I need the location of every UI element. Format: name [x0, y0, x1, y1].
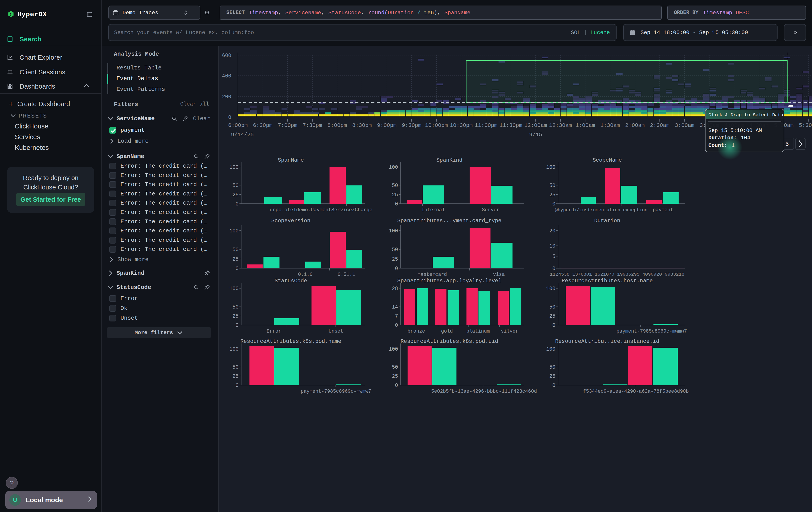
svg-text:50: 50 [232, 183, 238, 189]
svg-text:25: 25 [549, 374, 555, 379]
svg-text:0.51.1: 0.51.1 [338, 272, 355, 277]
svg-text:9/14/25: 9/14/25 [231, 132, 254, 138]
svg-text:600: 600 [222, 53, 231, 58]
svg-text:5e02b5fb-13ae-4296-bbbc-111f42: 5e02b5fb-13ae-4296-bbbc-111f423c460d [431, 389, 537, 394]
svg-text:25: 25 [549, 192, 555, 198]
svg-text:10:00pm: 10:00pm [425, 123, 448, 129]
svg-text:Server: Server [482, 207, 499, 213]
svg-text:25: 25 [232, 314, 238, 319]
svg-text:0: 0 [552, 266, 555, 272]
svg-text:11:00pm: 11:00pm [475, 123, 497, 129]
svg-text:12:30am: 12:30am [549, 123, 572, 129]
svg-text:50: 50 [549, 365, 555, 370]
svg-text:6:30pm: 6:30pm [253, 123, 272, 129]
svg-text:12:00am: 12:00am [524, 123, 547, 129]
svg-text:9/15: 9/15 [529, 132, 542, 138]
svg-text:platinum: platinum [466, 329, 490, 334]
svg-text:2:00am: 2:00am [625, 123, 645, 129]
svg-text:50: 50 [232, 247, 238, 253]
svg-text:3:00am: 3:00am [675, 123, 694, 129]
svg-text:100: 100 [389, 228, 398, 234]
svg-text:ScopeVersion: ScopeVersion [271, 218, 310, 224]
svg-text:25: 25 [392, 192, 398, 198]
svg-text:100: 100 [229, 286, 238, 292]
svg-text:visa: visa [493, 272, 505, 277]
svg-text:20: 20 [549, 228, 555, 234]
svg-text:payment-7985c8969c-mwmw7: payment-7985c8969c-mwmw7 [616, 329, 687, 334]
svg-text:Count:: Count: [708, 142, 727, 149]
svg-text:28: 28 [392, 286, 398, 292]
svg-text:SpanKind: SpanKind [436, 157, 462, 163]
svg-text:50: 50 [232, 304, 238, 310]
svg-text:7: 7 [395, 314, 398, 319]
svg-text:0.1.0: 0.1.0 [298, 272, 313, 277]
svg-text:100: 100 [389, 346, 398, 352]
svg-text:grpc.oteldemo.PaymentService/C: grpc.oteldemo.PaymentService/Charge [270, 207, 372, 213]
svg-text:bronze: bronze [407, 329, 425, 334]
svg-text:100: 100 [546, 164, 555, 170]
svg-text:ScopeName: ScopeName [592, 157, 622, 163]
svg-text:9:00pm: 9:00pm [377, 123, 397, 129]
svg-text:100: 100 [229, 164, 238, 170]
svg-text:1: 1 [731, 142, 735, 149]
svg-text:25: 25 [392, 257, 398, 262]
svg-text:100: 100 [229, 228, 238, 234]
svg-text:0: 0 [235, 266, 238, 272]
svg-text:Internal: Internal [421, 207, 445, 213]
svg-text:50: 50 [232, 365, 238, 370]
svg-text:25: 25 [232, 374, 238, 379]
svg-text:ResourceAttributes.host.name: ResourceAttributes.host.name [562, 278, 653, 284]
svg-text:gold: gold [441, 329, 453, 334]
svg-text:Duration: Duration [594, 218, 620, 224]
svg-text:StatusCode: StatusCode [274, 278, 307, 284]
svg-text:SpanAttributes...yment.card_ty: SpanAttributes...yment.card_type [397, 218, 501, 224]
svg-text:104: 104 [741, 135, 750, 141]
svg-text:0: 0 [552, 323, 555, 328]
svg-text:silver: silver [501, 329, 518, 334]
svg-text:8:00pm: 8:00pm [327, 123, 347, 129]
svg-text:2:30am: 2:30am [650, 123, 669, 129]
svg-text:5: 5 [785, 141, 789, 147]
svg-text:8:30pm: 8:30pm [352, 123, 372, 129]
svg-text:ResourceAttributes.k8s.pod.nam: ResourceAttributes.k8s.pod.name [240, 339, 341, 344]
svg-text:100: 100 [546, 346, 555, 352]
svg-text:0: 0 [552, 201, 555, 207]
svg-text:Error: Error [267, 329, 281, 334]
svg-text:f5344ec9-a1ea-4290-a62a-78f5be: f5344ec9-a1ea-4290-a62a-78f5bee8d90b [583, 389, 689, 394]
svg-text:@hyperdx/instrumentation-excep: @hyperdx/instrumentation-exception [555, 208, 647, 213]
svg-text:5:30am: 5:30am [799, 123, 812, 129]
svg-text:25: 25 [392, 374, 398, 379]
svg-text:50: 50 [549, 183, 555, 189]
svg-text:SpanAttributes.app.loyalty.lev: SpanAttributes.app.loyalty.level [397, 278, 501, 284]
svg-text:0: 0 [395, 201, 398, 207]
svg-text:400: 400 [222, 73, 231, 79]
svg-text:Unset: Unset [329, 329, 343, 334]
svg-text:200: 200 [222, 94, 231, 100]
svg-text:payment-7985c8969c-mwmw7: payment-7985c8969c-mwmw7 [301, 389, 371, 394]
svg-text:mastercard: mastercard [417, 272, 447, 277]
svg-text:1:30am: 1:30am [600, 123, 620, 129]
svg-text:0: 0 [235, 383, 238, 388]
svg-text:Sep 15 5:10:00 AM: Sep 15 5:10:00 AM [708, 128, 762, 134]
svg-text:25: 25 [232, 192, 238, 198]
svg-text:SpanName: SpanName [278, 157, 304, 163]
svg-text:10: 10 [549, 243, 555, 249]
svg-text:10:30pm: 10:30pm [450, 123, 472, 129]
svg-text:25: 25 [232, 257, 238, 262]
svg-text:7:30pm: 7:30pm [302, 123, 322, 129]
svg-text:0: 0 [395, 383, 398, 388]
svg-text:50: 50 [392, 183, 398, 189]
svg-text:payment: payment [653, 207, 673, 213]
svg-text:6:00pm: 6:00pm [228, 123, 248, 129]
svg-text:ResourceAttributes.k8s.pod.uid: ResourceAttributes.k8s.pod.uid [401, 339, 498, 344]
svg-text:Click & Drag to Select Data: Click & Drag to Select Data [708, 112, 783, 117]
svg-text:0: 0 [235, 201, 238, 207]
svg-text:25: 25 [549, 314, 555, 319]
svg-text:100: 100 [546, 286, 555, 292]
svg-text:0: 0 [395, 323, 398, 328]
svg-text:100: 100 [229, 346, 238, 352]
svg-text:ResourceAttribu..ice.instance.: ResourceAttribu..ice.instance.id [555, 339, 659, 344]
svg-text:50: 50 [549, 304, 555, 310]
svg-text:14: 14 [392, 304, 398, 310]
svg-text:0: 0 [235, 323, 238, 328]
